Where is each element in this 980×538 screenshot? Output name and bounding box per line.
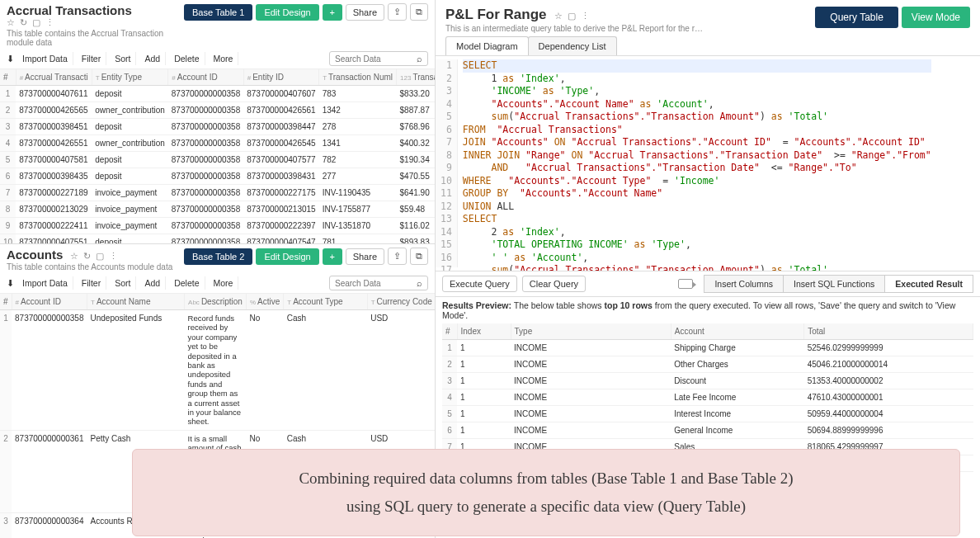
table-cell: 873700000000358 <box>168 218 243 234</box>
tab-insert-sql-functions[interactable]: Insert SQL Functions <box>783 275 885 293</box>
search-field[interactable] <box>335 279 417 288</box>
table-row[interactable]: 10873700000407551deposit8737000000003588… <box>0 234 435 244</box>
search-input[interactable]: ⌕ <box>329 276 428 290</box>
add-row-button[interactable]: Add <box>139 276 166 290</box>
share-button[interactable]: Share <box>346 248 384 265</box>
import-data-button[interactable]: Import Data <box>17 52 73 65</box>
copy-icon[interactable]: ⧉ <box>410 248 428 265</box>
col-header[interactable]: Index <box>457 323 511 340</box>
delete-button[interactable]: Delete <box>169 276 205 290</box>
export-icon[interactable]: ⇪ <box>388 248 407 265</box>
table-row[interactable]: 1873700000407611deposit87370000000035887… <box>0 86 435 102</box>
col-header[interactable]: TTransaction Numl <box>319 69 397 86</box>
col-header[interactable]: #Account ID <box>168 69 243 86</box>
table-row[interactable]: 1873700000000358Undeposited FundsRecord … <box>0 310 435 431</box>
refresh-icon[interactable]: ↻ <box>83 251 91 262</box>
add-row-button[interactable]: Add <box>139 52 166 65</box>
table-cell: 873700000426565 <box>16 102 92 119</box>
col-header[interactable]: AbcDescription <box>185 294 247 310</box>
col-header[interactable]: Account <box>671 323 803 340</box>
tab-dependency-list[interactable]: Dependency List <box>528 36 617 55</box>
sort-button[interactable]: Sort <box>110 276 136 290</box>
col-header[interactable]: TAccount Type <box>284 294 367 310</box>
clear-query-button[interactable]: Clear Query <box>522 276 586 292</box>
info-icon[interactable]: ▢ <box>32 17 40 28</box>
video-icon[interactable] <box>678 279 693 289</box>
col-header[interactable]: #Entity ID <box>243 69 318 86</box>
table-row[interactable]: 31INCOMEDiscount51353.40000000002 <box>442 373 973 389</box>
copy-icon[interactable]: ⧉ <box>410 3 428 21</box>
base-table-1-button[interactable]: Base Table 1 <box>184 4 252 21</box>
star-icon[interactable]: ☆ <box>7 17 15 28</box>
table-row[interactable]: 41INCOMELate Fee Income47610.43000000001 <box>442 389 973 406</box>
table-row[interactable]: 5873700000407581deposit87370000000035887… <box>0 152 435 168</box>
edit-design-button[interactable]: Edit Design <box>256 4 318 21</box>
base-table-2-button[interactable]: Base Table 2 <box>184 248 252 265</box>
table-row[interactable]: 9873700000222411invoice_payment873700000… <box>0 218 435 234</box>
col-header[interactable]: Type <box>511 323 671 340</box>
tab-insert-columns[interactable]: Insert Columns <box>704 275 784 293</box>
delete-button[interactable]: Delete <box>169 52 205 65</box>
table-row[interactable]: 6873700000398435deposit87370000000035887… <box>0 168 435 185</box>
table-row[interactable]: 2873700000426565owner_contribution873700… <box>0 102 435 119</box>
table-row[interactable]: 51INCOMEInterest Income50959.44000000004 <box>442 406 973 422</box>
table-cell: 873700000227189 <box>16 185 92 201</box>
col-header[interactable]: #Accrual Transacti <box>16 69 92 86</box>
table-cell: 6 <box>0 168 16 185</box>
table-cell: 873700000000364 <box>12 512 87 538</box>
more-button[interactable]: More <box>209 52 239 65</box>
table-cell: 1 <box>457 373 511 389</box>
sql-editor[interactable]: 123456789101112131415161718192021 SELECT… <box>436 56 980 271</box>
share-button[interactable]: Share <box>346 4 384 21</box>
table-cell: 873700000000358 <box>168 234 243 244</box>
more-vert-icon[interactable]: ⋮ <box>109 251 118 262</box>
col-header[interactable]: %Active <box>246 294 283 310</box>
import-data-button[interactable]: Import Data <box>17 276 73 290</box>
col-header[interactable]: # <box>0 294 12 310</box>
sort-button[interactable]: Sort <box>110 52 136 65</box>
edit-design-button[interactable]: Edit Design <box>256 248 318 265</box>
star-icon[interactable]: ☆ <box>70 251 78 262</box>
table-row[interactable]: 8873700000213029invoice_payment873700000… <box>0 201 435 218</box>
table-row[interactable]: 61INCOMEGeneral Income50694.88999999996 <box>442 422 973 439</box>
info-icon[interactable]: ▢ <box>568 11 576 21</box>
col-header[interactable]: TCurrency Code <box>367 294 435 310</box>
add-button[interactable]: + <box>323 4 342 21</box>
table-row[interactable]: 11INCOMEShipping Charge52546.02999999999 <box>442 340 973 356</box>
import-icon[interactable]: ⬇ <box>7 278 14 288</box>
col-header[interactable]: # <box>0 69 16 86</box>
col-header[interactable]: # <box>442 323 457 340</box>
star-icon[interactable]: ☆ <box>554 11 563 21</box>
execute-query-button[interactable]: Execute Query <box>442 276 517 292</box>
view-mode-button[interactable]: View Mode <box>902 7 970 28</box>
search-icon[interactable]: ⌕ <box>417 54 422 64</box>
search-icon[interactable]: ⌕ <box>417 278 422 288</box>
table-cell: 4 <box>442 389 457 406</box>
info-icon[interactable]: ▢ <box>96 251 104 262</box>
search-field[interactable] <box>335 54 417 64</box>
col-header[interactable]: TEntity Type <box>92 69 168 86</box>
query-table-button[interactable]: Query Table <box>815 7 898 28</box>
more-button[interactable]: More <box>209 276 239 290</box>
col-header[interactable]: TAccount Name <box>87 294 185 310</box>
refresh-icon[interactable]: ↻ <box>20 17 27 28</box>
search-input[interactable]: ⌕ <box>329 51 428 66</box>
col-header[interactable]: 123Transaction Amot <box>397 69 435 86</box>
col-header[interactable]: Total <box>804 323 973 340</box>
filter-button[interactable]: Filter <box>77 276 106 290</box>
table-row[interactable]: 21INCOMEOther Charges45046.210000000014 <box>442 356 973 373</box>
more-vert-icon[interactable]: ⋮ <box>45 17 54 28</box>
table-cell: 5 <box>442 406 457 422</box>
tab-model-diagram[interactable]: Model Diagram <box>445 36 529 55</box>
import-icon[interactable]: ⬇ <box>7 54 14 64</box>
add-button[interactable]: + <box>323 248 342 265</box>
more-vert-icon[interactable]: ⋮ <box>581 11 590 21</box>
tab-executed-result[interactable]: Executed Result <box>884 275 973 293</box>
table-cell: 1341 <box>319 135 397 152</box>
export-icon[interactable]: ⇪ <box>388 3 407 21</box>
table-row[interactable]: 7873700000227189invoice_payment873700000… <box>0 185 435 201</box>
col-header[interactable]: #Account ID <box>12 294 87 310</box>
table-row[interactable]: 4873700000426551owner_contribution873700… <box>0 135 435 152</box>
filter-button[interactable]: Filter <box>77 52 106 65</box>
table-row[interactable]: 3873700000398451deposit87370000000035887… <box>0 119 435 135</box>
